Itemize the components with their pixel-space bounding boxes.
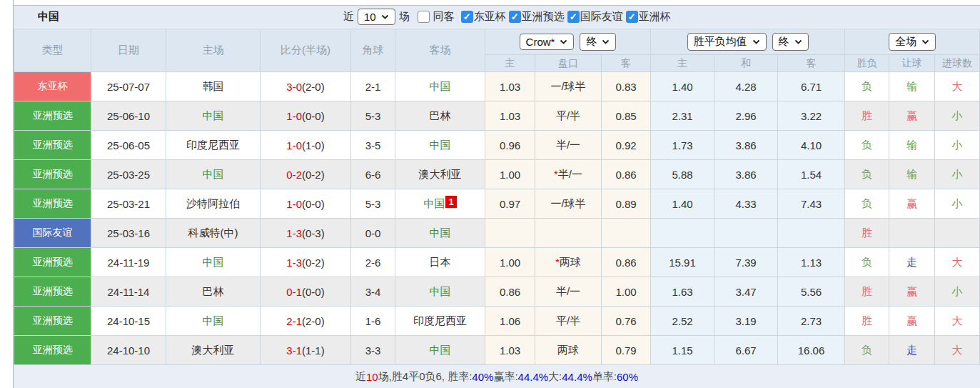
halftime-score: (0-0) bbox=[302, 286, 325, 298]
handicap-text: 平/半 bbox=[556, 109, 580, 121]
cell-result-goals: 大 bbox=[935, 72, 980, 101]
scope-select[interactable]: 全场 bbox=[889, 33, 936, 51]
cell-odds-home: 1.06 bbox=[485, 307, 535, 336]
away-team-name: 中国 bbox=[430, 285, 451, 297]
same-away-label: 同客 bbox=[433, 10, 455, 24]
cell-date: 25-06-10 bbox=[91, 101, 166, 131]
cell-corner: 2-6 bbox=[351, 248, 395, 277]
filter-label: 亚洲预选 bbox=[522, 10, 565, 24]
cell-odds-home: 1.03 bbox=[485, 336, 535, 365]
cell-result-winlose: 胜 bbox=[845, 101, 889, 131]
cell-away-team: 日本 bbox=[395, 248, 485, 277]
cell-corner: 6-6 bbox=[351, 160, 395, 189]
table-row: 亚洲预选25-06-10中国1-0(0-0)5-3巴林1.03平/半0.852.… bbox=[14, 101, 980, 131]
cell-home-team: 中国 bbox=[166, 307, 261, 336]
fulltime-score: 1-0 bbox=[286, 110, 302, 122]
col-header-score: 比分(半场) bbox=[261, 29, 351, 72]
chevron-down-icon bbox=[794, 39, 802, 44]
cell-odds-home: 1.00 bbox=[485, 248, 535, 277]
away-team-name: 中国 bbox=[423, 197, 445, 209]
cell-avg-lose: 7.43 bbox=[778, 189, 845, 219]
table-row: 亚洲预选25-06-05印度尼西亚1-0(1-0)3-5中国0.96半/一0.9… bbox=[14, 131, 980, 160]
cell-result-handicap: 赢 bbox=[889, 189, 935, 219]
odds-time-select-1[interactable]: 终 bbox=[580, 33, 616, 51]
cell-avg-win: 1.15 bbox=[651, 336, 714, 365]
odds-time-select-2[interactable]: 终 bbox=[772, 33, 809, 51]
avg-odds-select[interactable]: 胜平负均值 bbox=[687, 33, 767, 51]
competition-badge: 亚洲预选 bbox=[14, 336, 91, 365]
filter-label: 亚洲杯 bbox=[639, 10, 671, 24]
top-bar: 中国 近 10 场 同客 ✓东亚杯✓亚洲预选✓国际友谊✓亚洲杯 bbox=[14, 5, 980, 27]
cell-home-team: 中国 bbox=[166, 248, 261, 277]
fulltime-score: 1-3 bbox=[286, 257, 302, 269]
filter-checkbox[interactable]: ✓ bbox=[567, 11, 580, 23]
cell-date: 25-03-16 bbox=[91, 219, 166, 248]
cell-odds-away: 0.79 bbox=[602, 336, 651, 365]
cell-corner: 1-6 bbox=[351, 307, 395, 336]
away-team-name: 中国 bbox=[430, 344, 451, 356]
table-row: 亚洲预选24-11-19中国1-3(0-2)2-6日本1.00*两球0.8615… bbox=[14, 248, 980, 277]
cell-odds-home: 0.86 bbox=[485, 277, 535, 307]
cell-home-team: 科威特(中) bbox=[166, 219, 261, 248]
away-team-name: 中国 bbox=[430, 227, 451, 239]
subcol-handicap: 盘口 bbox=[535, 55, 602, 72]
cell-handicap: 半/一 bbox=[535, 131, 602, 160]
away-team-name: 巴林 bbox=[430, 109, 451, 121]
cell-result-goals: 小 bbox=[935, 277, 980, 307]
cell-avg-lose: 16.06 bbox=[778, 336, 845, 365]
table-row: 国际友谊25-03-16科威特(中)1-3(0-3)0-0中国胜 bbox=[14, 219, 980, 248]
top-gap bbox=[14, 0, 980, 5]
footer-segment: 40% bbox=[472, 371, 493, 383]
cell-home-team: 印度尼西亚 bbox=[166, 131, 261, 160]
cell-odds-home: 1.03 bbox=[485, 101, 535, 131]
halftime-score: (1-0) bbox=[302, 139, 325, 151]
cell-odds-home: 0.96 bbox=[485, 131, 535, 160]
match-table-body: 东亚杯25-07-07韩国3-0(2-0)2-1中国1.03一/球半0.831.… bbox=[14, 72, 980, 365]
odds-company-select[interactable]: Crow* bbox=[520, 34, 575, 50]
page-title: 中国 bbox=[38, 10, 343, 24]
cell-away-team: 印度尼西亚 bbox=[395, 307, 485, 336]
cell-result-goals: 小 bbox=[935, 131, 980, 160]
cell-avg-win: 1.40 bbox=[651, 189, 714, 219]
cell-score: 1-3(0-2) bbox=[261, 248, 351, 277]
filter-checkbox[interactable]: ✓ bbox=[626, 11, 638, 23]
cell-corner: 3-4 bbox=[351, 277, 395, 307]
same-away-checkbox[interactable] bbox=[418, 11, 430, 23]
cell-date: 25-03-25 bbox=[91, 160, 166, 189]
cell-score: 2-1(2-0) bbox=[261, 307, 351, 336]
cell-score: 1-0(1-0) bbox=[261, 131, 351, 160]
handicap-text: 半/一 bbox=[558, 168, 582, 180]
cell-avg-win: 2.52 bbox=[651, 307, 714, 336]
cell-away-team: 中国 bbox=[395, 277, 485, 307]
cell-odds-home bbox=[485, 219, 535, 248]
cell-odds-away: 0.76 bbox=[602, 307, 651, 336]
halftime-score: (0-0) bbox=[302, 110, 325, 122]
cell-result-handicap: 赢 bbox=[889, 307, 935, 336]
filter-item: ✓国际友谊 bbox=[567, 10, 623, 24]
table-row: 亚洲预选24-11-14巴林0-1(0-0)3-4中国0.86半/一1.001.… bbox=[14, 277, 980, 307]
handicap-text: 两球 bbox=[557, 344, 579, 356]
footer-segment: 单率: bbox=[592, 370, 617, 384]
competition-badge: 国际友谊 bbox=[14, 219, 91, 248]
halftime-score: (1-1) bbox=[302, 344, 325, 357]
col-header-home: 主场 bbox=[166, 29, 261, 72]
subcol-avg-draw: 和 bbox=[714, 55, 778, 72]
cell-result-winlose: 胜 bbox=[845, 277, 889, 307]
halftime-score: (0-2) bbox=[302, 169, 325, 181]
cell-avg-win: 5.88 bbox=[651, 160, 714, 189]
handicap-text: 一/球半 bbox=[550, 197, 585, 209]
filter-checkbox[interactable]: ✓ bbox=[509, 11, 521, 23]
cell-avg-draw: 2.96 bbox=[714, 101, 778, 131]
cell-score: 3-0(2-0) bbox=[261, 72, 351, 101]
cell-score: 0-2(0-2) bbox=[261, 160, 351, 189]
match-table-wrap: 类型 日期 主场 比分(半场) 角球 客场 Crow* 终 bbox=[14, 29, 980, 365]
col-header-date: 日期 bbox=[91, 29, 166, 72]
subcol-avg-home: 主 bbox=[651, 55, 714, 72]
recent-count-select[interactable]: 10 bbox=[358, 9, 395, 25]
filter-checkbox[interactable]: ✓ bbox=[461, 11, 473, 23]
cell-away-team: 中国 bbox=[395, 336, 485, 365]
cell-avg-draw: 7.39 bbox=[714, 248, 778, 277]
recent-label: 近 bbox=[343, 10, 354, 24]
cell-odds-away bbox=[602, 219, 651, 248]
cell-avg-draw: 3.19 bbox=[714, 307, 778, 336]
